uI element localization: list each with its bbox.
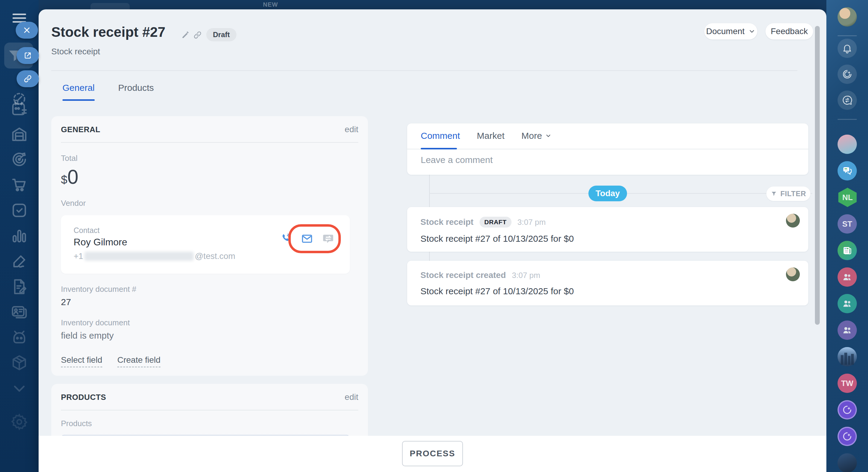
ai-icon — [842, 69, 852, 80]
create-field-link[interactable]: Create field — [117, 355, 160, 367]
close-button[interactable] — [16, 22, 38, 39]
notifications-button[interactable] — [838, 39, 857, 58]
feedback-button[interactable]: Feedback — [766, 23, 813, 39]
sidebar-item-warehouse-icon[interactable] — [10, 125, 28, 143]
ai-assistant-button[interactable] — [838, 65, 857, 84]
sidebar-item-settings-icon[interactable] — [10, 413, 28, 431]
event-title: Stock receipt — [421, 217, 473, 227]
team-avatar-nl[interactable]: NL — [838, 188, 858, 207]
edit-title-icon[interactable] — [181, 30, 190, 39]
products-field-label: Products — [61, 419, 358, 428]
sidebar-item-analytics-icon[interactable] — [10, 227, 28, 245]
general-edit-link[interactable]: edit — [345, 125, 358, 134]
bell-icon — [842, 43, 852, 54]
filter-button[interactable]: FILTER — [766, 186, 810, 201]
timeline-event: Stock receipt created 3:07 pm Stock rece… — [407, 261, 808, 305]
people-icon — [842, 325, 852, 335]
pipeline-column-label: NEW — [263, 1, 278, 8]
avatar — [786, 267, 800, 281]
copy-title-link-icon[interactable] — [193, 30, 202, 39]
inventory-document-label: Inventory document — [61, 318, 358, 327]
link-icon — [23, 74, 32, 83]
team-avatar-st[interactable]: ST — [838, 214, 857, 234]
people-icon — [842, 272, 852, 283]
comment-composer-card: Comment Market More Leave a comment — [407, 123, 808, 175]
chat-avatar[interactable] — [838, 453, 857, 472]
composer-divider — [407, 149, 808, 149]
group-chat-avatar[interactable] — [838, 267, 857, 287]
total-label: Total — [61, 154, 358, 163]
people-icon — [842, 298, 852, 309]
city-avatar[interactable] — [838, 347, 857, 366]
general-panel-title: GENERAL — [61, 125, 100, 134]
call-icon[interactable] — [280, 233, 292, 245]
document-dropdown-button[interactable]: Document — [704, 23, 757, 39]
user-avatar[interactable] — [838, 7, 857, 27]
products-edit-link[interactable]: edit — [345, 392, 358, 402]
tab-products[interactable]: Products — [118, 83, 154, 101]
redacted-contact-info — [85, 252, 194, 261]
date-badge: Today — [588, 186, 627, 201]
open-in-new-window-button[interactable] — [17, 47, 39, 64]
external-link-icon — [23, 51, 32, 60]
tab-comment[interactable]: Comment — [421, 131, 460, 141]
background-tab — [91, 3, 130, 9]
sidebar-chevron-down-icon[interactable] — [10, 380, 28, 398]
sidebar-item-contacts-icon[interactable] — [10, 303, 28, 321]
sidebar-item-calendar-icon[interactable] — [10, 100, 28, 118]
newspaper-icon — [842, 245, 852, 256]
sidebar-item-tasks-icon[interactable] — [10, 201, 28, 219]
select-field-link[interactable]: Select field — [61, 355, 102, 367]
sidebar-item-documents-icon[interactable] — [10, 278, 28, 296]
tab-more[interactable]: More — [522, 131, 552, 141]
divider — [838, 35, 857, 36]
group-chat-avatar[interactable] — [838, 321, 857, 340]
event-time: 3:07 pm — [518, 217, 546, 227]
group-chat-avatar[interactable] — [838, 294, 857, 313]
copy-link-button[interactable] — [17, 70, 39, 87]
chevron-down-icon — [748, 28, 755, 35]
chat-avatar[interactable] — [838, 135, 857, 154]
event-status-badge: DRAFT — [479, 217, 512, 228]
sidebar-item-cart-icon[interactable] — [10, 176, 28, 194]
email-icon[interactable] — [301, 233, 313, 245]
tab-market[interactable]: Market — [477, 131, 504, 141]
event-time: 3:07 pm — [512, 271, 540, 280]
tab-general[interactable]: General — [62, 83, 95, 101]
chat-exchange-icon — [842, 95, 852, 106]
details-column: GENERAL edit Total $0 Vendor Contact Roy… — [51, 116, 368, 467]
comment-input[interactable]: Leave a comment — [421, 155, 493, 165]
timeline-event: Stock receipt DRAFT 3:07 pm Stock receip… — [407, 207, 808, 252]
ai-sparkle-icon — [842, 404, 852, 415]
email-suffix: @test.com — [195, 252, 235, 261]
chat-bubbles-icon — [842, 166, 852, 176]
ai-agent-avatar[interactable] — [838, 427, 857, 446]
process-button[interactable]: PROCESS — [402, 441, 463, 466]
team-avatar-tw[interactable]: TW — [838, 374, 857, 393]
ai-agent-avatar[interactable] — [838, 400, 857, 419]
scrollbar[interactable] — [815, 26, 820, 325]
chat-icon[interactable] — [322, 233, 334, 245]
vendor-contact-card[interactable]: Contact Roy Gilmore +1 @test.com — [61, 215, 350, 274]
products-panel-title: PRODUCTS — [61, 393, 106, 402]
avatar — [786, 214, 800, 228]
sidebar-item-products-icon[interactable] — [10, 354, 28, 372]
funnel-icon — [771, 190, 777, 197]
sidebar-item-bot-icon[interactable] — [10, 328, 28, 347]
right-sidebar: NL ST TW — [826, 0, 868, 472]
chat-avatar[interactable] — [838, 161, 857, 180]
divider — [838, 119, 857, 120]
header-divider — [51, 70, 798, 71]
filter-button-label: FILTER — [780, 189, 806, 198]
phone-prefix: +1 — [73, 252, 83, 261]
event-title: Stock receipt created — [421, 270, 506, 280]
panel-divider — [61, 410, 358, 410]
page-subtitle: Stock receipt — [51, 47, 100, 56]
main-tabs: General Products — [62, 83, 154, 101]
sidebar-item-signature-icon[interactable] — [10, 252, 28, 270]
inventory-document-value: field is empty — [61, 330, 358, 341]
sidebar-item-goals-icon[interactable] — [10, 150, 28, 168]
news-channel-avatar[interactable] — [838, 241, 857, 260]
conversations-button[interactable] — [838, 91, 857, 110]
total-value: $0 — [61, 166, 358, 188]
